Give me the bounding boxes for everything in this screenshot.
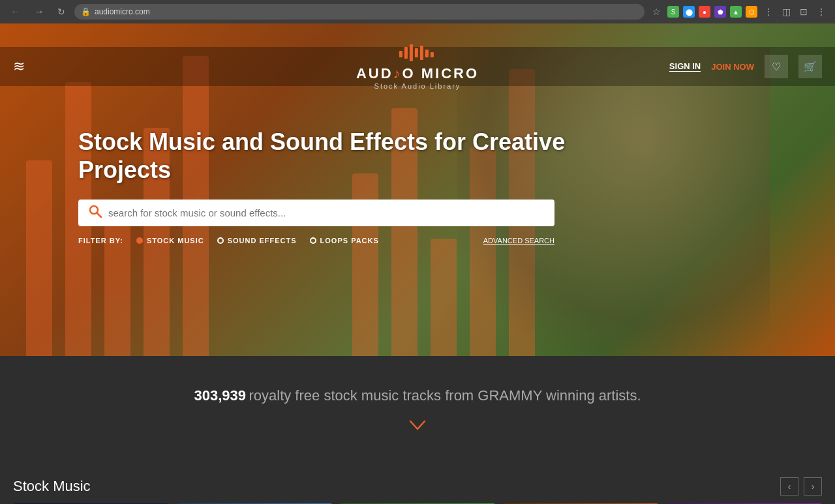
bookmark-button[interactable]: ☆ — [650, 5, 663, 18]
back-button[interactable]: ← — [7, 5, 25, 19]
stats-section: 303,939 royalty free stock music tracks … — [0, 356, 835, 467]
svg-rect-4 — [420, 46, 423, 60]
logo-dot: ♪ — [393, 65, 402, 82]
carousel-nav: ‹ › — [780, 477, 822, 496]
menu-button[interactable]: ⋮ — [814, 5, 828, 18]
search-icon — [89, 205, 102, 221]
stats-text: royalty free stock music tracks from GRA… — [249, 387, 641, 404]
ext-icon-5[interactable]: ▲ — [730, 6, 742, 18]
url-bar[interactable]: 🔒 audiomicro.com — [74, 4, 645, 20]
extensions-button[interactable]: ⋮ — [761, 5, 776, 18]
svg-rect-2 — [410, 44, 413, 61]
forward-button[interactable]: → — [30, 5, 48, 19]
logo-area: AUD♪O MICRO Stock Audio Library — [356, 43, 479, 90]
search-svg — [89, 205, 102, 218]
stock-music-section: Stock Music ‹ › — [0, 467, 835, 504]
filter-radio-stock-music — [136, 237, 143, 244]
ext-icon-6[interactable]: ⬡ — [746, 6, 757, 18]
wishlist-button[interactable]: ♡ — [765, 55, 788, 78]
stock-section-title: Stock Music — [13, 478, 91, 495]
logo-icon — [398, 43, 437, 63]
search-container — [78, 200, 554, 226]
reload-button[interactable]: ↻ — [53, 5, 69, 18]
search-input[interactable] — [108, 207, 544, 218]
filter-text-sound-effects: SOUND EFFECTS — [228, 237, 297, 245]
svg-rect-5 — [425, 50, 429, 57]
site-header: ≋ AUD♪O MICRO — [0, 47, 835, 86]
split-button[interactable]: ⊡ — [797, 5, 810, 18]
logo-text: AUD♪O MICRO — [356, 65, 479, 82]
carousel-next-button[interactable]: › — [804, 477, 822, 496]
filter-label: FILTER BY: — [78, 237, 123, 245]
filter-radio-sound-effects — [217, 237, 224, 244]
chevron-svg — [408, 419, 427, 432]
url-text: audiomicro.com — [95, 7, 150, 16]
browser-actions: ☆ S ⬤ ● ⬟ ▲ ⬡ ⋮ ◫ ⊡ ⋮ — [650, 5, 828, 18]
advanced-search-link[interactable]: ADVANCED SEARCH — [483, 237, 554, 245]
header-right: SIGN IN JOIN NOW ♡ 🛒 — [669, 55, 822, 78]
hero-title: Stock Music and Sound Effects for Creati… — [78, 128, 574, 184]
hero-section: ≋ AUD♪O MICRO — [0, 23, 835, 356]
logo-bars-svg — [398, 43, 437, 63]
filter-text-stock-music: STOCK MUSIC — [147, 237, 204, 245]
filter-loops-packs[interactable]: LOOPS PACKS — [310, 237, 379, 245]
filter-radio-loops-packs — [310, 237, 316, 244]
filter-row: FILTER BY: STOCK MUSIC SOUND EFFECTS LOO… — [78, 237, 554, 245]
stats-number: 303,939 — [194, 387, 246, 404]
carousel-prev-button[interactable]: ‹ — [780, 477, 798, 496]
ext-icon-1[interactable]: S — [667, 6, 679, 18]
cart-button[interactable]: 🛒 — [798, 55, 822, 78]
scroll-down-chevron[interactable] — [13, 417, 822, 436]
filter-stock-music[interactable]: STOCK MUSIC — [136, 237, 204, 245]
ext-icon-4[interactable]: ⬟ — [714, 6, 726, 18]
svg-line-8 — [97, 213, 101, 217]
stats-paragraph: 303,939 royalty free stock music tracks … — [13, 387, 822, 404]
profile-button[interactable]: ◫ — [780, 5, 793, 18]
sign-in-link[interactable]: SIGN IN — [669, 61, 701, 72]
svg-rect-6 — [431, 52, 434, 57]
svg-rect-0 — [399, 51, 402, 57]
filter-text-loops-packs: LOOPS PACKS — [320, 237, 379, 245]
svg-rect-1 — [404, 47, 408, 59]
filter-sound-effects[interactable]: SOUND EFFECTS — [217, 237, 297, 245]
audio-wave-icon: ≋ — [13, 58, 25, 75]
join-now-link[interactable]: JOIN NOW — [711, 62, 754, 72]
stock-section-header: Stock Music ‹ › — [13, 477, 822, 496]
svg-rect-3 — [415, 48, 418, 57]
browser-chrome: ← → ↻ 🔒 audiomicro.com ☆ S ⬤ ● ⬟ ▲ ⬡ ⋮ ◫… — [0, 0, 835, 23]
logo-subtitle: Stock Audio Library — [374, 82, 461, 90]
ext-icon-2[interactable]: ⬤ — [683, 6, 695, 18]
ext-icon-3[interactable]: ● — [699, 6, 710, 18]
